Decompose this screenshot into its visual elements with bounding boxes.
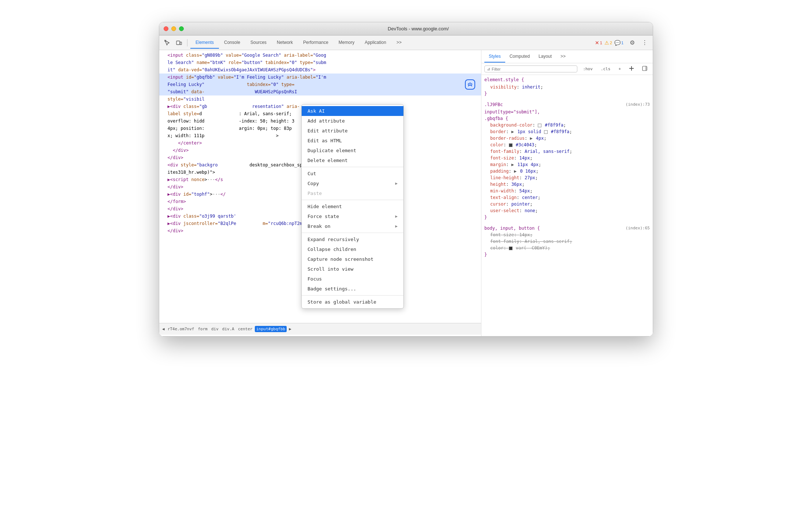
color-swatch[interactable] [509, 247, 513, 250]
menu-item-break-on[interactable]: Break on ▶ [302, 221, 403, 231]
menu-item-add-attribute[interactable]: Add attribute [302, 116, 403, 126]
error-icon: ✕ [595, 40, 599, 46]
color-swatch[interactable] [538, 124, 541, 127]
breadcrumb-item[interactable]: form [196, 326, 209, 332]
menu-label: Paste [308, 191, 322, 196]
menu-item-scroll[interactable]: Scroll into view [302, 264, 403, 274]
css-property: color: #3c4043; [490, 142, 650, 148]
new-style-rule-button[interactable] [626, 65, 637, 73]
triangle-icon: ▶ [514, 168, 517, 174]
menu-item-focus[interactable]: Focus [302, 274, 403, 284]
tab-console[interactable]: Console [219, 37, 245, 49]
html-line-selected: <input id="gbqfbb" value="I'm Feeling Lu… [159, 74, 481, 81]
css-property: line-height: 27px; [490, 174, 650, 181]
breadcrumb-item[interactable]: rT4e.om7nvf [166, 326, 196, 332]
ai-shortcut-icon[interactable] [465, 79, 475, 90]
triangle-icon: ▶ [511, 161, 514, 168]
menu-item-delete[interactable]: Delete element [302, 155, 403, 165]
menu-label: Collapse children [308, 247, 356, 252]
submenu-arrow-icon: ▶ [395, 224, 398, 229]
rule-source: (index):73 [626, 101, 650, 108]
style-tab-computed[interactable]: Computed [505, 51, 534, 63]
menu-label: Edit as HTML [308, 138, 342, 143]
rule-selector2: input[type="submit"], [484, 109, 540, 115]
add-style-button[interactable]: + [616, 65, 623, 72]
tab-memory[interactable]: Memory [334, 37, 360, 49]
error-badge: ✕ 1 [595, 40, 602, 46]
menu-item-collapse[interactable]: Collapse children [302, 244, 403, 254]
color-swatch[interactable] [509, 143, 513, 147]
menu-item-copy[interactable]: Copy ▶ [302, 178, 403, 188]
menu-separator [302, 295, 403, 296]
devtools-toolbar: Elements Console Sources Network Perform… [159, 35, 653, 50]
minimize-button[interactable] [171, 26, 176, 31]
tab-application[interactable]: Application [360, 37, 391, 49]
menu-label: Scroll into view [308, 266, 353, 272]
style-rule-element: element.style { visibility: inherit; } [484, 76, 650, 97]
menu-item-ask-ai[interactable]: Ask AI [302, 106, 403, 116]
breadcrumb-item-active[interactable]: input#gbqfbb [255, 326, 287, 332]
select-element-icon[interactable] [162, 38, 172, 48]
menu-label: Ask AI [308, 108, 325, 114]
menu-item-badge[interactable]: Badge settings... [302, 284, 403, 294]
style-tab-styles[interactable]: Styles [484, 51, 505, 63]
tab-network[interactable]: Network [272, 37, 298, 49]
style-tab-layout[interactable]: Layout [534, 51, 556, 63]
menu-item-force-state[interactable]: Force state ▶ [302, 211, 403, 221]
css-property: font-family: Arial, sans-serif; [490, 238, 650, 245]
filter-input[interactable] [492, 67, 575, 71]
filter-input-wrapper: ⊿ [484, 65, 577, 72]
cls-filter-button[interactable]: .cls [598, 65, 613, 72]
hov-filter-button[interactable]: :hov [580, 65, 595, 72]
breadcrumb-arrow-right[interactable]: ▶ [289, 327, 291, 331]
tab-more[interactable]: >> [391, 37, 407, 49]
css-property: visibility: inherit; [490, 84, 650, 90]
breadcrumb-item[interactable]: div.A [221, 326, 236, 332]
menu-item-cut[interactable]: Cut [302, 169, 403, 178]
css-property: font-size: 14px; [490, 155, 650, 161]
device-toggle-icon[interactable] [174, 38, 184, 48]
breadcrumb-arrow[interactable]: ◀ [162, 327, 165, 331]
more-options-icon[interactable]: ⋮ [640, 38, 650, 48]
rule-close: } [484, 90, 650, 97]
tab-performance[interactable]: Performance [298, 37, 334, 49]
tab-elements[interactable]: Elements [190, 37, 219, 49]
html-line: it" data-ved="0ahUKEwixsOb4gaeJAxVIWUEAH… [159, 66, 481, 74]
submenu-arrow-icon: ▶ [395, 214, 398, 219]
svg-rect-6 [631, 66, 632, 71]
menu-item-edit-attribute[interactable]: Edit attribute [302, 126, 403, 136]
maximize-button[interactable] [179, 26, 184, 31]
tab-sources[interactable]: Sources [245, 37, 272, 49]
menu-separator [302, 200, 403, 200]
color-swatch[interactable] [544, 130, 548, 134]
html-line-selected: Feeling Lucky" tabindex="0" type= [159, 81, 481, 88]
menu-label: Break on [308, 223, 331, 229]
menu-item-store-global[interactable]: Store as global variable [302, 297, 403, 307]
traffic-lights [164, 26, 184, 31]
rule-selector3: .gbqfba { [484, 115, 540, 122]
toggle-sidebar-button[interactable] [640, 65, 650, 73]
menu-separator [302, 233, 403, 233]
menu-item-hide[interactable]: Hide element [302, 202, 403, 211]
menu-item-paste: Paste [302, 188, 403, 198]
warning-count: 2 [610, 41, 612, 45]
html-line: <input class="gN089b" value="Google Sear… [159, 52, 481, 59]
svg-rect-8 [645, 66, 647, 71]
breadcrumb-item[interactable]: div [210, 326, 220, 332]
style-tab-more[interactable]: >> [556, 51, 570, 63]
close-button[interactable] [164, 26, 168, 31]
html-line: le Search" name="btnK" role="button" tab… [159, 59, 481, 66]
style-rule-ljfbc: .lJ9FBc input[type="submit"], .gbqfba { … [484, 101, 650, 221]
menu-label: Focus [308, 276, 322, 282]
breadcrumb-item[interactable]: center [236, 326, 254, 332]
menu-item-duplicate[interactable]: Duplicate element [302, 146, 403, 155]
menu-item-screenshot[interactable]: Capture node screenshot [302, 254, 403, 264]
css-property: padding: ▶ 0 16px; [490, 168, 650, 174]
styles-content[interactable]: element.style { visibility: inherit; } [481, 75, 653, 336]
settings-icon[interactable]: ⚙ [627, 38, 637, 48]
menu-separator [302, 167, 403, 167]
css-property: text-align: center; [490, 194, 650, 201]
svg-rect-1 [176, 41, 180, 45]
menu-item-expand[interactable]: Expand recursively [302, 234, 403, 244]
menu-item-edit-as-html[interactable]: Edit as HTML [302, 136, 403, 146]
